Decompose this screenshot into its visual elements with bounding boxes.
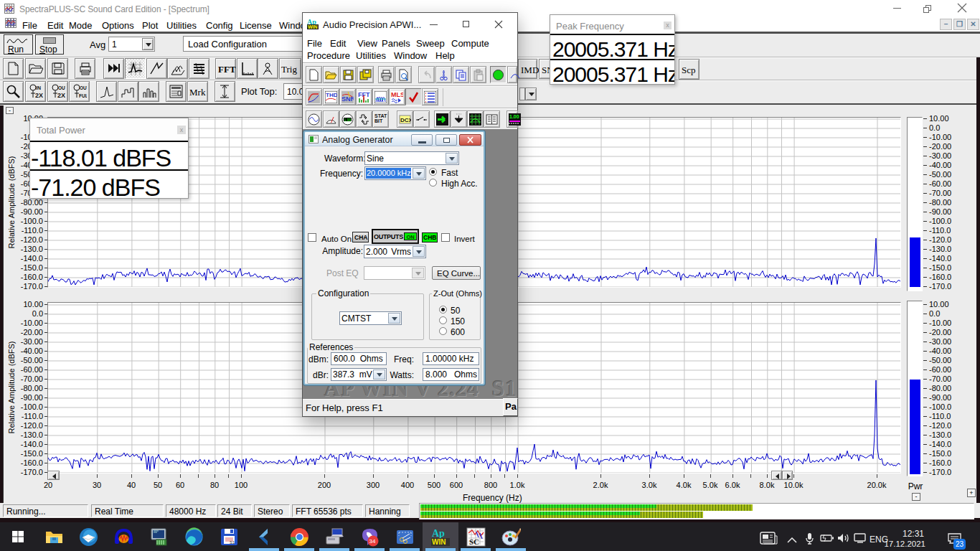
svg-text:FULL: FULL: [79, 93, 87, 98]
svg-text:DCX: DCX: [400, 117, 411, 123]
svg-text:S1: S1: [230, 540, 235, 545]
svg-text:2X: 2X: [35, 92, 43, 99]
svg-text:Ap: Ap: [432, 528, 445, 539]
svg-text:OUT: OUT: [58, 85, 65, 90]
svg-text:34: 34: [369, 538, 376, 545]
svg-text:OUT: OUT: [80, 85, 87, 90]
svg-text:2X: 2X: [57, 92, 65, 99]
svg-text:WIN: WIN: [432, 538, 446, 546]
svg-text:1.99: 1.99: [344, 118, 352, 122]
svg-text:1.00: 1.00: [509, 114, 519, 119]
svg-text:MLS: MLS: [391, 91, 403, 98]
svg-text:SC: SC: [469, 537, 479, 546]
svg-text:WIN: WIN: [308, 24, 318, 29]
svg-text:IN: IN: [36, 85, 41, 90]
svg-text:THD: THD: [326, 92, 337, 98]
